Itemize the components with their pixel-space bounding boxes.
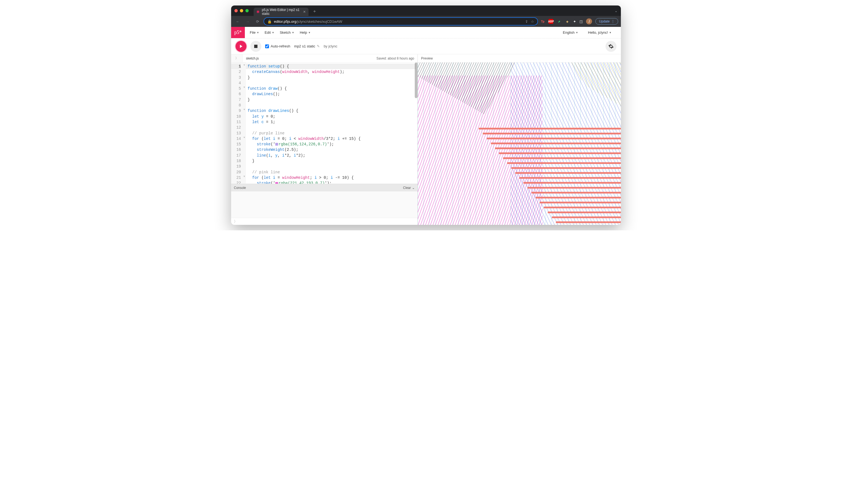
svg-rect-18 — [507, 162, 621, 164]
console-header: Console Clear ⌄ — [231, 184, 417, 192]
bookmark-icon[interactable]: ☆ — [531, 19, 534, 23]
sketch-author: by jclync — [324, 44, 337, 48]
extension-icon[interactable]: Tp — [540, 19, 545, 24]
svg-rect-29 — [552, 216, 621, 218]
forward-button[interactable]: → — [244, 18, 251, 25]
svg-rect-15 — [495, 147, 621, 149]
extension-icon[interactable]: ⬈ — [557, 19, 561, 24]
user-menu[interactable]: Hello, jclync!▼ — [585, 31, 614, 35]
menu-sketch[interactable]: Sketch▼ — [277, 31, 297, 35]
maximize-window-button[interactable] — [245, 9, 249, 12]
svg-rect-16 — [499, 152, 621, 154]
browser-tab[interactable]: ✱ p5.js Web Editor | mp2 s1 static ✕ — [254, 8, 309, 16]
console-title: Console — [234, 186, 246, 190]
sketch-name: mp2 s1 static — [294, 44, 315, 48]
extension-icon[interactable]: ◆ — [565, 19, 570, 24]
chevron-right-icon: 〉 — [234, 219, 238, 224]
autorefresh-toggle[interactable]: Auto-refresh — [265, 44, 291, 48]
address-bar[interactable]: 🔒 editor.p5js.org/jclync/sketches/xujCD1… — [263, 17, 538, 25]
lock-icon: 🔒 — [267, 19, 272, 23]
url-host: editor.p5js.org — [274, 19, 296, 23]
svg-rect-24 — [532, 192, 621, 193]
back-button[interactable]: ← — [234, 18, 242, 25]
menu-file[interactable]: File▼ — [247, 31, 262, 35]
extension-abp-icon[interactable]: ABP — [549, 19, 553, 24]
browser-toolbar: ← → ⟳ 🔒 editor.p5js.org/jclync/sketches/… — [231, 16, 621, 27]
svg-rect-21 — [519, 177, 621, 179]
stop-icon — [254, 45, 258, 48]
extensions-row: Tp ABP ⬈ ◆ ✦ ◫ J Update⋮ — [540, 18, 618, 25]
reload-button[interactable]: ⟳ — [254, 18, 261, 25]
svg-rect-11 — [479, 128, 621, 129]
gear-icon — [608, 43, 614, 49]
app-header: p5* File▼Edit▼Sketch▼Help▼ English▼ Hell… — [231, 27, 621, 38]
p5-favicon-icon: ✱ — [256, 10, 260, 14]
file-tab[interactable]: sketch.js — [243, 56, 262, 60]
editor-pane: 〉 sketch.js Saved: about 8 hours ago 123… — [231, 54, 418, 225]
svg-rect-17 — [503, 157, 621, 159]
svg-rect-14 — [491, 143, 621, 144]
menu-edit[interactable]: Edit▼ — [262, 31, 277, 35]
svg-rect-22 — [523, 182, 621, 184]
side-panel-icon[interactable]: ◫ — [579, 19, 583, 23]
chevron-right-icon: 〉 — [235, 56, 239, 60]
svg-rect-30 — [556, 221, 621, 223]
new-tab-button[interactable]: ＋ — [311, 7, 318, 15]
tab-title: p5.js Web Editor | mp2 s1 static — [262, 8, 301, 16]
svg-rect-26 — [540, 201, 621, 203]
close-window-button[interactable] — [234, 9, 238, 12]
play-button[interactable] — [236, 41, 246, 52]
sidebar-toggle-button[interactable]: 〉 — [231, 54, 243, 62]
svg-rect-20 — [515, 172, 621, 174]
svg-rect-23 — [527, 187, 621, 188]
svg-rect-19 — [511, 167, 621, 169]
preview-canvas — [418, 62, 621, 225]
console-clear-button[interactable]: Clear ⌄ — [403, 186, 415, 190]
browser-update-button[interactable]: Update⋮ — [595, 18, 618, 25]
extensions-menu-icon[interactable]: ✦ — [573, 19, 576, 23]
console-output — [231, 192, 417, 218]
share-icon[interactable]: ⇪ — [525, 19, 528, 23]
tab-overflow-button[interactable]: ⌄ — [614, 9, 618, 13]
autorefresh-checkbox[interactable] — [265, 44, 269, 48]
svg-rect-25 — [536, 197, 621, 198]
saved-status: Saved: about 8 hours ago — [377, 56, 417, 60]
minimize-window-button[interactable] — [240, 9, 243, 12]
svg-rect-0 — [254, 45, 258, 48]
edit-name-icon[interactable]: ✎ — [317, 44, 320, 48]
settings-button[interactable] — [606, 41, 616, 52]
code-editor[interactable]: 12345678910111213141516171819202122 ▼▼▼▼… — [231, 62, 417, 184]
console-input-row[interactable]: 〉 — [231, 218, 417, 225]
svg-rect-28 — [548, 212, 621, 213]
sketch-toolbar: Auto-refresh mp2 s1 static ✎ by jclync — [231, 38, 621, 54]
url-path: /jclync/sketches/xujCD1wAW — [296, 19, 342, 23]
window-controls — [234, 9, 249, 12]
browser-tab-bar: ✱ p5.js Web Editor | mp2 s1 static ✕ ＋ ⌄ — [231, 5, 621, 16]
svg-rect-13 — [487, 138, 621, 139]
close-tab-icon[interactable]: ✕ — [303, 10, 306, 14]
menu-help[interactable]: Help▼ — [297, 31, 313, 35]
svg-rect-27 — [544, 206, 621, 208]
play-icon — [239, 44, 243, 49]
stop-button[interactable] — [250, 41, 261, 52]
scrollbar[interactable] — [415, 62, 417, 98]
chevron-down-icon: ⌄ — [412, 186, 415, 190]
svg-rect-12 — [483, 133, 621, 134]
preview-header: Preview — [418, 54, 621, 62]
profile-avatar[interactable]: J — [586, 18, 592, 24]
p5-logo[interactable]: p5* — [231, 27, 245, 38]
language-menu[interactable]: English▼ — [560, 31, 581, 35]
